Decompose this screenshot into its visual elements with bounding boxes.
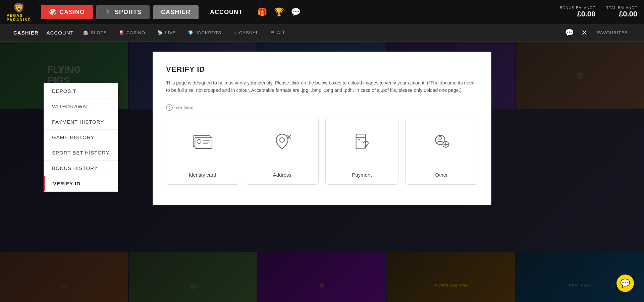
casual-icon: ◇ bbox=[233, 30, 237, 35]
svg-point-13 bbox=[439, 136, 442, 139]
cashier-nav-label: CASHIER bbox=[161, 9, 191, 16]
verifying-clock-icon: ⏱ bbox=[166, 104, 173, 111]
payment-card-label: Payment bbox=[352, 172, 372, 178]
real-balance: REAL BALANCE £0.00 bbox=[605, 6, 637, 18]
account-second-nav-label[interactable]: ACCOUNT bbox=[47, 30, 74, 36]
identity-card-option[interactable]: Identity card bbox=[166, 118, 239, 185]
svg-point-6 bbox=[280, 137, 284, 142]
balance-area: BONUS BALANCE £0.00 REAL BALANCE £0.00 bbox=[560, 6, 637, 18]
jackpots-nav-item[interactable]: 💎 JACKPOTS bbox=[182, 24, 227, 42]
other-card-option[interactable]: Other bbox=[405, 118, 478, 185]
slots-icon: 🎰 bbox=[83, 30, 89, 35]
casino-nav-label: CASINO bbox=[59, 9, 85, 16]
casual-nav-item[interactable]: ◇ CASUAL bbox=[227, 24, 265, 42]
cashier-dropdown-menu: DEPOSIT WITHDRAWAL PAYMENT HISTORY GAME … bbox=[44, 83, 118, 192]
menu-item-bonus-history[interactable]: BONUS HISTORY bbox=[44, 161, 118, 176]
modal-description: This page is designed to help us verify … bbox=[166, 79, 478, 94]
second-navigation: CASHIER ACCOUNT 🎰 SLOTS 🎴 CASINO 📡 LIVE … bbox=[0, 24, 644, 42]
verifying-label: Verifying bbox=[175, 105, 194, 110]
identity-card-label: Identity card bbox=[189, 172, 216, 178]
favourites-nav-item[interactable]: FAVOURITES bbox=[591, 24, 634, 42]
all-icon: ☰ bbox=[271, 30, 275, 35]
sports-run-icon: 🏃 bbox=[104, 8, 112, 16]
jackpots-icon: 💎 bbox=[188, 30, 194, 35]
account-nav-button[interactable]: ACCOUNT bbox=[202, 5, 251, 19]
bonus-balance: BONUS BALANCE £0.00 bbox=[560, 6, 596, 18]
address-card-option[interactable]: Address bbox=[246, 118, 319, 185]
background-content: FLYINGPIGS 9 ⭐ DEPOSIT WITHDRAWAL PAYMEN… bbox=[0, 42, 644, 302]
bonus-balance-label: BONUS BALANCE bbox=[560, 6, 596, 10]
menu-item-withdrawal[interactable]: WITHDRAWAL bbox=[44, 99, 118, 114]
cashier-account-nav: CASHIER ACCOUNT bbox=[10, 24, 77, 42]
nav-icon-group: 🎁 🏆 💬 bbox=[257, 7, 301, 17]
payment-card-icon bbox=[348, 128, 375, 155]
live-nav-item[interactable]: 📡 LIVE bbox=[151, 24, 182, 42]
svg-rect-9 bbox=[356, 134, 365, 149]
address-card-label: Address bbox=[273, 172, 291, 178]
logo-text: VEGASPARADISE bbox=[7, 13, 31, 21]
real-balance-label: REAL BALANCE bbox=[605, 6, 637, 10]
casino-dice-icon: 🎲 bbox=[49, 8, 57, 16]
cashier-nav-button[interactable]: CASHIER bbox=[153, 5, 199, 19]
modal-title: VERIFY ID bbox=[166, 65, 478, 74]
menu-item-verify-id[interactable]: VERIFY ID bbox=[44, 176, 118, 191]
verify-id-modal: VERIFY ID This page is designed to help … bbox=[153, 52, 491, 205]
account-nav-label: ACCOUNT bbox=[210, 9, 243, 16]
floating-chat-icon: 💬 bbox=[620, 279, 630, 288]
casino-second-nav-item[interactable]: 🎴 CASINO bbox=[113, 24, 151, 42]
other-card-icon bbox=[428, 128, 455, 155]
verify-cards-container: Identity card Address bbox=[166, 118, 478, 185]
logo-icon: 🦁 bbox=[13, 2, 25, 13]
gift-icon[interactable]: 🎁 bbox=[257, 7, 267, 17]
identity-card-icon bbox=[189, 128, 216, 155]
floating-chat-button[interactable]: 💬 bbox=[616, 275, 634, 292]
other-card-label: Other bbox=[435, 172, 448, 178]
chat-icon[interactable]: 💬 bbox=[291, 7, 301, 17]
slots-nav-item[interactable]: 🎰 SLOTS bbox=[77, 24, 113, 42]
sports-nav-label: SPORTS bbox=[115, 9, 142, 16]
casino-nav-button[interactable]: 🎲 CASINO bbox=[41, 5, 93, 19]
casino-chip-icon: 🎴 bbox=[119, 30, 124, 35]
real-balance-value: £0.00 bbox=[605, 10, 637, 18]
all-nav-item[interactable]: ☰ ALL bbox=[265, 24, 292, 42]
trophy-icon[interactable]: 🏆 bbox=[274, 7, 284, 17]
sports-nav-button[interactable]: 🏃 SPORTS bbox=[96, 5, 150, 19]
bonus-balance-value: £0.00 bbox=[560, 10, 596, 18]
menu-item-deposit[interactable]: DEPOSIT bbox=[44, 83, 118, 99]
payment-card-option[interactable]: Payment bbox=[325, 118, 398, 185]
nav-close-icon[interactable]: ✕ bbox=[581, 28, 587, 37]
top-navigation: 🦁 VEGASPARADISE 🎲 CASINO 🏃 SPORTS CASHIE… bbox=[0, 0, 644, 24]
menu-item-game-history[interactable]: GAME HISTORY bbox=[44, 130, 118, 145]
menu-item-sport-bet-history[interactable]: SPORT BET HISTORY bbox=[44, 145, 118, 161]
live-icon: 📡 bbox=[157, 30, 163, 35]
menu-item-payment-history[interactable]: PAYMENT HISTORY bbox=[44, 114, 118, 130]
cashier-second-nav-label[interactable]: CASHIER bbox=[13, 30, 39, 36]
verifying-row: ⏱ Verifying bbox=[166, 104, 478, 111]
nav-chat-icon[interactable]: 💬 bbox=[565, 28, 574, 37]
address-card-icon bbox=[269, 128, 296, 155]
logo[interactable]: 🦁 VEGASPARADISE bbox=[7, 2, 31, 21]
